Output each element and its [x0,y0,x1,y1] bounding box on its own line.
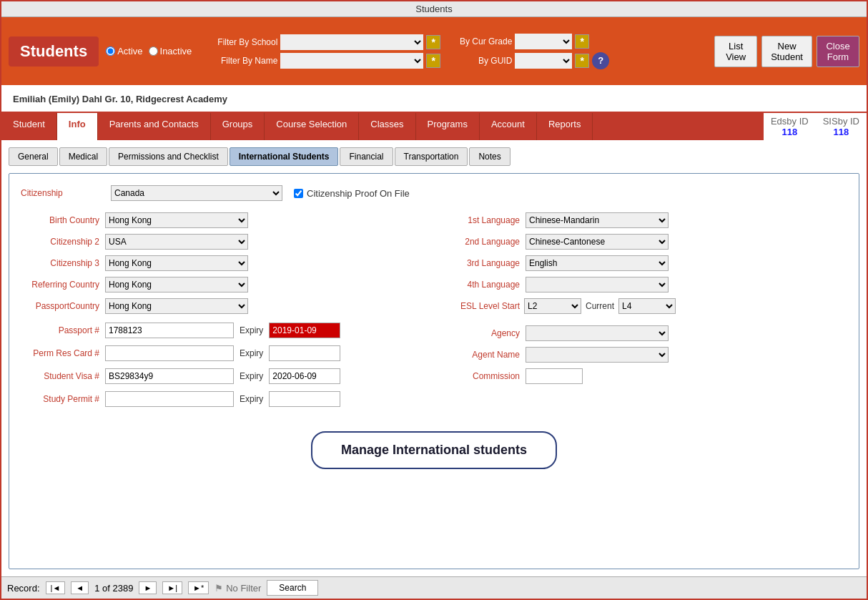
agency-row: Agency [441,325,847,341]
citizenship2-select[interactable]: USA [105,234,248,250]
study-permit-expiry-input[interactable] [269,391,340,407]
sisby-id-value: 118 [834,127,849,137]
student-visa-row: Student Visa # Expiry [21,368,427,384]
passport-row: Passport # Expiry [21,323,427,338]
subtab-financial[interactable]: Financial [340,147,393,166]
study-permit-input[interactable] [105,391,234,407]
tab-student[interactable]: Student [1,113,57,140]
citizenship3-select[interactable]: Hong Kong [105,255,248,271]
edsby-id-value: 118 [781,127,797,137]
student-visa-expiry-input[interactable] [269,368,340,384]
lang3-label: 3rd Language [441,258,520,268]
nav-next-btn[interactable]: ► [139,581,157,594]
student-visa-input[interactable] [105,368,234,384]
lang4-label: 4th Language [441,280,520,290]
citizenship-proof-checkbox[interactable] [294,189,303,198]
lang3-row: 3rd Language English [441,255,847,271]
citizenship-proof-label[interactable]: Citizenship Proof On File [294,188,410,199]
passport-expiry-label: Expiry [240,325,263,335]
tab-reports[interactable]: Reports [537,113,593,140]
passport-label: Passport # [21,325,99,335]
citizenship-select[interactable]: Canada [111,185,282,201]
close-form-button[interactable]: CloseForm [817,36,859,67]
radio-inactive-label[interactable]: Inactive [149,46,192,56]
tab-info[interactable]: Info [57,113,98,140]
grade-filter-btn[interactable]: * [575,34,589,49]
subtab-permissions[interactable]: Permissions and Checklist [109,147,228,166]
esl-row: ESL Level Start L2 Current L4 [441,298,847,314]
referring-country-row: Referring Country Hong Kong [21,277,427,292]
lang1-select[interactable]: Chinese-Mandarin [526,212,669,228]
tab-groups[interactable]: Groups [211,113,265,140]
passport-expiry-input[interactable] [269,323,340,338]
help-btn[interactable]: ? [592,52,609,69]
filter-school-select[interactable] [280,34,423,50]
referring-country-select[interactable]: Hong Kong [105,277,248,292]
filter-school-btn[interactable]: * [426,35,440,49]
tab-classes[interactable]: Classes [359,113,415,140]
radio-active[interactable] [106,46,115,56]
subtab-general[interactable]: General [9,147,58,166]
filter-name-select[interactable] [280,53,423,69]
guid-filter-btn[interactable]: * [575,54,589,68]
commission-input[interactable] [526,368,583,384]
student-visa-label: Student Visa # [21,371,99,381]
agency-select[interactable] [526,325,669,341]
form-panel: Citizenship Canada Citizenship Proof On … [9,173,859,569]
tab-account[interactable]: Account [480,113,537,140]
citizenship3-row: Citizenship 3 Hong Kong [21,255,427,271]
birth-country-select[interactable]: Hong Kong [105,212,248,228]
esl-current-select[interactable]: L4 [618,298,676,314]
by-guid-label: By GUID [448,56,512,66]
filter-name-btn[interactable]: * [426,54,440,68]
manage-international-button[interactable]: Manage International students [311,431,557,469]
perm-res-expiry-input[interactable] [269,345,340,361]
perm-res-expiry-label: Expiry [240,348,263,358]
tab-course-selection[interactable]: Course Selection [265,113,359,140]
grade-select[interactable] [515,34,572,49]
student-name-bar: Emiliah (Emily) Dahl Gr. 10, Ridgecrest … [1,85,867,113]
agent-name-label: Agent Name [441,350,520,360]
lang2-label: 2nd Language [441,237,520,247]
content-area: General Medical Permissions and Checklis… [1,140,867,576]
nav-new-btn[interactable]: ►* [188,581,209,594]
lang3-select[interactable]: English [526,255,669,271]
sisby-id-block: SISby ID 118 [823,116,859,137]
search-button[interactable]: Search [267,580,318,596]
action-buttons: ListView NewStudent CloseForm [714,36,859,67]
lang2-select[interactable]: Chinese-Cantonese [526,234,669,250]
subtab-medical[interactable]: Medical [59,147,107,166]
subtab-transportation[interactable]: Transportation [395,147,468,166]
nav-prev-btn[interactable]: ◄ [71,581,89,594]
passport-input[interactable] [105,323,234,338]
tab-parents-contacts[interactable]: Parents and Contacts [98,113,211,140]
perm-res-label: Perm Res Card # [21,348,99,358]
doc-two-col: Passport # Expiry Perm Res Card # Expiry… [21,323,847,410]
lang2-row: 2nd Language Chinese-Cantonese [441,234,847,250]
esl-start-select[interactable]: L2 [524,298,581,314]
guid-select[interactable] [515,53,572,69]
radio-active-label[interactable]: Active [106,46,142,56]
study-permit-expiry-label: Expiry [240,394,263,404]
new-student-button[interactable]: NewStudent [761,36,812,67]
subtab-notes[interactable]: Notes [469,147,510,166]
toolbar: Students Active Inactive Filter By Schoo… [1,17,867,85]
record-info: 1 of 2389 [94,583,133,594]
citizenship2-row: Citizenship 2 USA [21,234,427,250]
nav-first-btn[interactable]: |◄ [46,581,66,594]
passport-country-select[interactable]: Hong Kong [105,298,248,314]
agent-name-select[interactable] [526,347,669,363]
lang4-select[interactable] [526,277,669,292]
lang1-label: 1st Language [441,215,520,225]
radio-inactive[interactable] [149,46,158,56]
tab-programs[interactable]: Programs [416,113,480,140]
referring-country-label: Referring Country [21,280,99,290]
manage-btn-container: Manage International students [21,431,847,469]
list-view-button[interactable]: ListView [714,36,757,67]
grade-row: By Cur Grade * [448,34,609,49]
nav-last-btn[interactable]: ►| [162,581,182,594]
citizenship-row: Citizenship Canada Citizenship Proof On … [21,185,847,201]
commission-row: Commission [441,368,847,384]
perm-res-input[interactable] [105,345,234,361]
subtab-international[interactable]: International Students [230,147,339,166]
